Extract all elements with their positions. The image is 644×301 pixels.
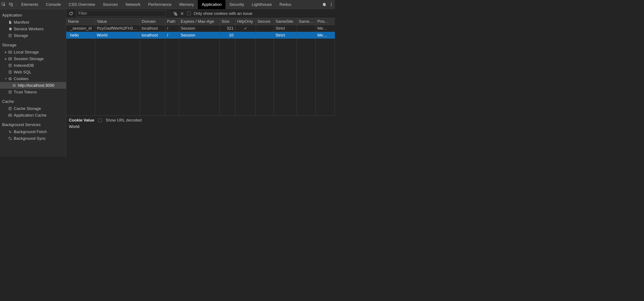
- svg-point-13: [9, 64, 11, 65]
- tab-redux[interactable]: Redux: [276, 0, 295, 9]
- sidebar-item-indexeddb[interactable]: IndexedDB: [0, 62, 66, 69]
- sidebar-item-cookies[interactable]: ▼Cookies: [0, 75, 66, 82]
- svg-point-26: [9, 107, 11, 108]
- inspect-icon[interactable]: [0, 0, 7, 9]
- more-icon[interactable]: [328, 0, 335, 9]
- sidebar-item-cache-storage[interactable]: Cache Storage: [0, 105, 66, 112]
- column-header[interactable]: HttpOnly: [235, 18, 256, 25]
- sync-icon: [8, 137, 12, 140]
- tab-elements[interactable]: Elements: [18, 0, 42, 9]
- svg-point-3: [331, 3, 332, 4]
- column-header[interactable]: Path: [165, 18, 179, 25]
- table-cell: localhost: [140, 25, 165, 32]
- table-cell: Me…: [316, 25, 335, 32]
- svg-point-4: [331, 4, 332, 5]
- sidebar-item-label: Background Fetch: [14, 129, 47, 134]
- column-header[interactable]: Size: [220, 18, 235, 25]
- table-cell: Session: [179, 25, 220, 32]
- database-icon: [8, 90, 12, 94]
- svg-point-20: [13, 84, 16, 87]
- tab-console[interactable]: Console: [42, 0, 65, 9]
- column-header[interactable]: Name: [66, 18, 95, 25]
- table-cell: Strict: [274, 25, 297, 32]
- table-cell: [256, 25, 274, 32]
- filter-input[interactable]: [76, 11, 166, 17]
- cookie-detail-pane: Cookie Value Show URL decoded World: [66, 116, 335, 157]
- clear-filtered-icon[interactable]: [172, 11, 177, 16]
- sidebar-item-storage[interactable]: Storage: [0, 32, 66, 39]
- column-header[interactable]: Domain: [140, 18, 165, 25]
- column-header[interactable]: Secure: [256, 18, 274, 25]
- disclosure-arrow-icon: ▶: [4, 57, 7, 60]
- sidebar-item-session-storage[interactable]: ▶Session Storage: [0, 55, 66, 62]
- svg-point-23: [14, 86, 14, 86]
- svg-point-18: [10, 79, 10, 79]
- sidebar-item-manifest[interactable]: Manifest: [0, 19, 66, 26]
- table-cell: localhost: [140, 32, 165, 39]
- sidebar-item-trust-tokens[interactable]: Trust Tokens: [0, 89, 66, 95]
- table-cell: Strict: [274, 32, 297, 39]
- cookie-icon: [12, 84, 16, 87]
- section-title: Application: [0, 9, 66, 19]
- cookie-icon: [8, 77, 12, 81]
- only-issue-checkbox[interactable]: [187, 12, 191, 15]
- table-cell: /: [165, 25, 179, 32]
- svg-point-19: [10, 79, 11, 79]
- refresh-icon[interactable]: [69, 11, 73, 16]
- column-header[interactable]: Same…: [297, 18, 316, 25]
- disclosure-arrow-icon: ▶: [4, 51, 7, 54]
- database-icon: [8, 34, 12, 38]
- column-header[interactable]: Value: [95, 18, 140, 25]
- table-cell: ✓: [235, 25, 256, 32]
- device-toggle-icon[interactable]: [7, 0, 14, 9]
- tab-network[interactable]: Network: [122, 0, 144, 9]
- column-header[interactable]: Prio…: [316, 18, 335, 25]
- settings-icon[interactable]: [320, 0, 328, 9]
- sidebar-item-label: Cache Storage: [14, 106, 41, 111]
- tab-memory[interactable]: Memory: [176, 0, 198, 9]
- table-cell: 10: [220, 32, 235, 39]
- tab-application[interactable]: Application: [198, 0, 226, 9]
- sidebar-item-background-fetch[interactable]: Background Fetch: [0, 128, 66, 135]
- sidebar-item-label: Application Cache: [14, 113, 46, 118]
- sidebar-item-application-cache[interactable]: Application Cache: [0, 112, 66, 119]
- column-header[interactable]: SameSite: [274, 18, 297, 25]
- tab-performance[interactable]: Performance: [144, 0, 176, 9]
- table-cell: [235, 32, 256, 39]
- cookies-toolbar: Only show cookies with an issue: [66, 9, 335, 18]
- section-title: Cache: [0, 95, 66, 105]
- sidebar-item-local-storage[interactable]: ▶Local Storage: [0, 49, 66, 55]
- tab-security[interactable]: Security: [226, 0, 248, 9]
- cookie-value-title: Cookie Value: [69, 118, 94, 123]
- svg-point-21: [13, 85, 14, 85]
- table-cell: [297, 32, 316, 39]
- svg-point-5: [331, 5, 332, 6]
- document-icon: [8, 21, 12, 24]
- sidebar-item-label: IndexedDB: [14, 63, 34, 68]
- sidebar-item-label: http://localhost:3000: [18, 83, 54, 88]
- gear-icon: [8, 27, 12, 31]
- clear-icon[interactable]: [180, 12, 184, 16]
- sidebar-item-service-workers[interactable]: Service Workers: [0, 26, 66, 32]
- tab-css-overview[interactable]: CSS Overview: [65, 0, 99, 9]
- sidebar-item-label: Service Workers: [14, 27, 44, 31]
- section-title: Storage: [0, 39, 66, 49]
- table-cell: hello: [66, 32, 95, 39]
- disclosure-arrow-icon: ▼: [4, 77, 7, 80]
- table-row[interactable]: helloWorldlocalhost/Session10StrictMe…: [66, 32, 335, 39]
- sidebar-item-label: Session Storage: [14, 57, 44, 61]
- table-row[interactable]: _session_idRzyGadfWw%2FH2…localhost/Sess…: [66, 25, 335, 32]
- sidebar-item-web-sql[interactable]: Web SQL: [0, 69, 66, 75]
- tab-lighthouse[interactable]: Lighthouse: [248, 0, 276, 9]
- sidebar-item-label: Cookies: [14, 76, 28, 81]
- column-header[interactable]: Expires / Max-Age: [179, 18, 220, 25]
- table-cell: RzyGadfWw%2FH2…: [95, 25, 140, 32]
- table-cell: Me…: [316, 32, 335, 39]
- tab-sources[interactable]: Sources: [99, 0, 122, 9]
- table-cell: World: [95, 32, 140, 39]
- sidebar-item-background-sync[interactable]: Background Sync: [0, 135, 66, 142]
- svg-point-25: [9, 90, 11, 92]
- table-cell: [256, 32, 274, 39]
- url-decoded-checkbox[interactable]: [98, 119, 102, 122]
- sidebar-item-http-localhost-3000[interactable]: http://localhost:3000: [0, 82, 66, 89]
